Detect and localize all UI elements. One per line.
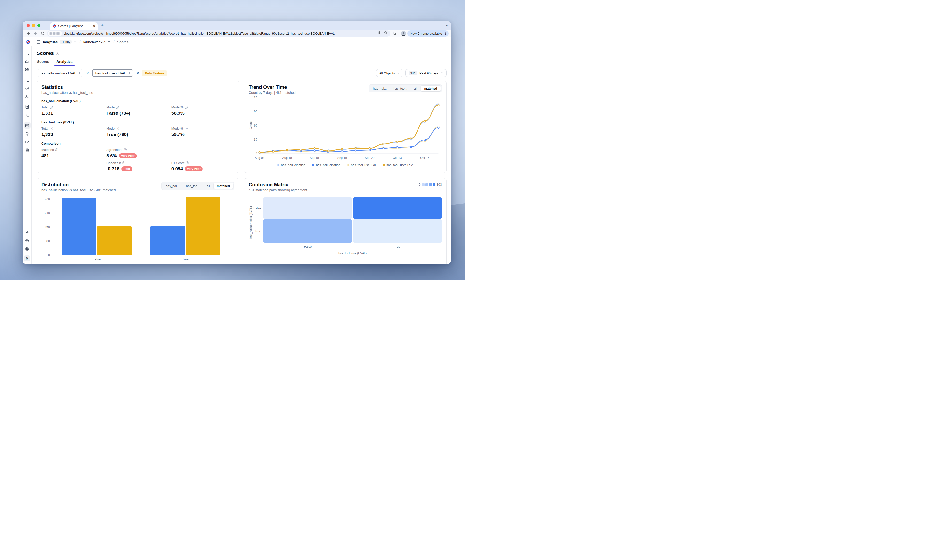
desktop-background: Scores | Langfuse ✕ + ▾ cloud.langfuse.c…: [0, 0, 465, 280]
trend-view-option-hashal[interactable]: has_hal...: [370, 86, 390, 91]
page-info-icon[interactable]: i: [56, 52, 59, 55]
new-tab-button[interactable]: +: [101, 23, 104, 28]
sidebar-item-home-icon[interactable]: [24, 58, 31, 64]
svg-text:0: 0: [256, 152, 257, 155]
sidebar-item-annotation-icon[interactable]: [24, 139, 31, 145]
svg-text:60: 60: [254, 124, 257, 127]
metric-total: Total?1,323: [42, 127, 105, 137]
site-permissions-chip[interactable]: [48, 31, 62, 36]
matrix-row-label: True: [253, 219, 263, 242]
date-range-select[interactable]: 90d Past 90 days: [405, 69, 447, 77]
main-content: Scores i ScoresAnalytics has_hallucinati…: [32, 46, 451, 264]
trend-view-option-hastoo[interactable]: has_too...: [390, 86, 411, 91]
sidebar-item-support-icon[interactable]: [24, 245, 31, 252]
sidebar-item-dashboards-icon[interactable]: [24, 66, 31, 73]
url-bar[interactable]: cloud.langfuse.com/project/cmhnuoj660007…: [47, 31, 390, 37]
browser-window: Scores | Langfuse ✕ + ▾ cloud.langfuse.c…: [23, 21, 451, 264]
sidebar-item-prompts-icon[interactable]: [24, 104, 31, 110]
new-chrome-available-button[interactable]: New Chrome available ⋮: [407, 31, 448, 37]
profile-avatar[interactable]: [401, 31, 406, 36]
matrix-cell-false-true[interactable]: [353, 197, 442, 219]
confusion-subtitle: 481 matched pairs showing agreement: [249, 188, 307, 192]
metric-mode-: Mode %?58.9%: [171, 106, 234, 116]
app-topbar: langfuse Hobby / launchweek-4 / Scores: [23, 37, 451, 46]
matrix-cell-false-false[interactable]: [263, 197, 352, 219]
help-icon[interactable]: ?: [185, 106, 188, 109]
help-icon[interactable]: ?: [185, 127, 188, 130]
minimize-window-button[interactable]: [32, 24, 35, 27]
trend-view-option-all[interactable]: all: [411, 86, 421, 91]
distribution-title: Distribution: [42, 182, 116, 187]
help-icon[interactable]: ?: [55, 148, 59, 152]
zoom-page-icon[interactable]: [377, 31, 381, 36]
browser-tab[interactable]: Scores | Langfuse ✕: [50, 23, 98, 29]
trend-line-chart: 0306090120CountAug 04Aug 18Sep 01Sep 15S…: [249, 95, 442, 161]
sidebar-toggle-icon[interactable]: [36, 40, 41, 44]
svg-text:True: True: [182, 258, 188, 261]
help-icon[interactable]: ?: [122, 161, 125, 164]
sidebar-item-scores-icon[interactable]: [24, 122, 31, 129]
forward-icon[interactable]: [32, 31, 38, 36]
reload-icon[interactable]: [40, 31, 46, 36]
trend-title: Trend Over Time: [249, 84, 296, 90]
breadcrumb-org[interactable]: langfuse: [43, 40, 58, 44]
distribution-view-option-all[interactable]: all: [203, 183, 213, 189]
sidebar-item-playground-icon[interactable]: [24, 112, 31, 118]
help-icon[interactable]: ?: [116, 127, 119, 130]
statistics-title: Statistics: [42, 84, 234, 90]
matrix-cell-true-false[interactable]: [263, 219, 352, 242]
close-tab-icon[interactable]: ✕: [93, 25, 95, 28]
score2-select[interactable]: has_tool_use • EVAL ▲▼: [92, 69, 134, 77]
help-icon[interactable]: ?: [50, 127, 53, 130]
stats-section-heading: has_hallucination (EVAL): [42, 99, 234, 103]
close-window-button[interactable]: [27, 24, 30, 27]
svg-text:Sep 01: Sep 01: [310, 156, 319, 160]
color-scale-swatch: [433, 183, 436, 186]
sidebar-item-whats-new-icon[interactable]: [24, 229, 31, 236]
matrix-cell-true-true[interactable]: [353, 219, 442, 242]
trend-legend: has_hallucination...has_hallucination...…: [249, 163, 442, 167]
distribution-view-option-hashal[interactable]: has_hal...: [162, 183, 183, 189]
metric-cohen-s-: Cohen's κ?-0.716Poor: [106, 161, 169, 172]
tab-overview-chevron-icon[interactable]: ▾: [446, 24, 448, 27]
help-icon[interactable]: ?: [186, 161, 189, 164]
breadcrumb-project[interactable]: launchweek-4: [83, 40, 106, 44]
bookmark-star-icon[interactable]: [383, 31, 388, 36]
svg-text:Oct 13: Oct 13: [393, 156, 402, 160]
tab-scores[interactable]: Scores: [37, 60, 50, 66]
metric-mode: Mode?False (784): [106, 106, 169, 116]
distribution-view-option-matched[interactable]: matched: [213, 183, 234, 189]
sidebar-item-llm-judge-icon[interactable]: [24, 130, 31, 137]
object-type-select[interactable]: All Objects: [376, 69, 403, 77]
chrome-menu-icon[interactable]: ⋮: [444, 33, 447, 34]
svg-text:Count: Count: [249, 121, 253, 129]
help-icon[interactable]: ?: [50, 106, 53, 109]
svg-text:Aug 18: Aug 18: [282, 156, 292, 160]
chevron-down-icon: [397, 71, 400, 75]
org-switcher-chevron-icon[interactable]: [74, 40, 77, 44]
sidebar-item-settings-icon[interactable]: [24, 237, 31, 244]
score1-select[interactable]: has_hallucination • EVAL ▲▼: [37, 69, 83, 77]
sidebar-item-users-icon[interactable]: [24, 93, 31, 100]
help-icon[interactable]: ?: [123, 148, 127, 152]
sidebar-item-sessions-icon[interactable]: [24, 85, 31, 91]
user-avatar[interactable]: M: [24, 255, 30, 261]
distribution-view-option-hastoo[interactable]: has_too...: [183, 183, 203, 189]
project-switcher-chevron-icon[interactable]: [108, 40, 111, 44]
sidebar-item-datasets-icon[interactable]: [24, 147, 31, 153]
remove-score1-button[interactable]: ✕: [86, 71, 89, 75]
svg-text:80: 80: [46, 239, 50, 243]
back-icon[interactable]: [25, 31, 31, 36]
maximize-window-button[interactable]: [37, 24, 40, 27]
trend-view-option-matched[interactable]: matched: [421, 85, 441, 91]
extensions-puzzle-icon[interactable]: [392, 31, 398, 36]
help-icon[interactable]: ?: [116, 106, 119, 109]
legend-item: has_tool_use: Fal...: [347, 163, 378, 167]
remove-score2-button[interactable]: ✕: [136, 71, 140, 75]
confusion-color-scale: 0 303: [419, 183, 442, 186]
sidebar-item-tracing-icon[interactable]: [24, 77, 31, 83]
sidebar-item-search-icon[interactable]: [24, 50, 31, 56]
tab-analytics[interactable]: Analytics: [56, 60, 73, 66]
svg-text:30: 30: [254, 138, 257, 141]
url-text: cloud.langfuse.com/project/cmhnuoj660007…: [64, 32, 376, 35]
